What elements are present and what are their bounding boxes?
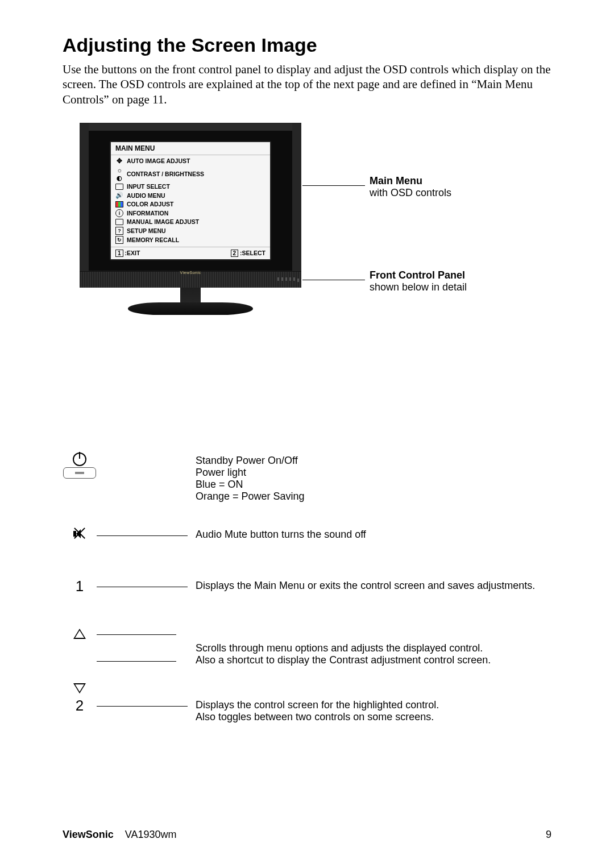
- arrows-desc-line: Scrolls through menu options and adjusts…: [196, 642, 551, 654]
- main-menu-label-sub: with OSD controls: [370, 187, 451, 199]
- osd-item: INPUT SELECT: [127, 183, 170, 190]
- button-2-icon: 2: [76, 697, 84, 715]
- power-row: Standby Power On/Off Power light Blue = …: [63, 452, 551, 526]
- color-icon: [115, 201, 123, 207]
- osd-footer-select: 2:SELECT: [231, 250, 265, 257]
- osd-item: INFORMATION: [127, 210, 168, 217]
- button-2-desc-line: Displays the control screen for the high…: [196, 699, 551, 711]
- power-desc-line: Power light: [196, 467, 551, 479]
- osd-item: AUDIO MENU: [127, 192, 165, 200]
- button-1-icon: 1: [76, 578, 84, 595]
- button-1-desc: Displays the Main Menu or exits the cont…: [188, 578, 551, 592]
- arrows-row: Scrolls through menu options and adjusts…: [63, 629, 551, 697]
- monitor-chin: ViewSonic: [80, 271, 301, 288]
- intro-paragraph: Use the buttons on the front control pan…: [63, 62, 551, 107]
- osd-main-menu: MAIN MENU ✥AUTO IMAGE ADJUST ☼ ◐CONTRAST…: [110, 141, 271, 261]
- button-2-desc-line: Also toggles between two controls on som…: [196, 711, 551, 723]
- recall-icon: ↻: [115, 236, 123, 244]
- mute-desc: Audio Mute button turns the sound off: [188, 526, 551, 541]
- arrow-up-icon: [73, 629, 86, 639]
- input-icon: [115, 184, 123, 190]
- manual-icon: [115, 219, 123, 225]
- osd-item: SETUP MENU: [127, 227, 166, 235]
- front-buttons-mini: [277, 277, 299, 284]
- front-panel-label-title: Front Control Panel: [370, 269, 467, 281]
- osd-title: MAIN MENU: [111, 142, 270, 155]
- arrows-desc-line: Also a shortcut to display the Contrast …: [196, 654, 551, 666]
- brightness-icon: ☼ ◐: [115, 167, 123, 182]
- footer-brand: ViewSonic: [63, 829, 114, 840]
- arrow-down-icon: [73, 683, 86, 693]
- osd-item: MANUAL IMAGE ADJUST: [127, 218, 199, 226]
- section-heading: Adjusting the Screen Image: [63, 34, 551, 56]
- monitor-illustration: MAIN MENU ✥AUTO IMAGE ADJUST ☼ ◐CONTRAST…: [63, 123, 551, 350]
- osd-item: CONTRAST / BRIGHTNESS: [127, 171, 204, 178]
- power-desc-line: Orange = Power Saving: [196, 491, 551, 502]
- button-2-row: 2 Displays the control screen for the hi…: [63, 697, 551, 748]
- power-desc-line: Blue = ON: [196, 479, 551, 491]
- setup-icon: ?: [115, 227, 123, 235]
- speaker-icon: 🔊: [115, 192, 123, 200]
- footer-page-number: 9: [546, 829, 551, 841]
- info-icon: i: [115, 209, 123, 217]
- power-desc-line: Standby Power On/Off: [196, 455, 551, 467]
- osd-item: MEMORY RECALL: [127, 236, 179, 244]
- power-icon: [73, 452, 86, 466]
- mute-icon: [72, 526, 87, 541]
- power-led-icon: [63, 467, 96, 479]
- footer-model: VA1930wm: [125, 829, 177, 840]
- osd-item: AUTO IMAGE ADJUST: [127, 157, 190, 165]
- button-1-row: 1 Displays the Main Menu or exits the co…: [63, 578, 551, 629]
- move-icon: ✥: [115, 157, 123, 165]
- osd-footer-exit: 1:EXIT: [115, 250, 140, 257]
- mute-row: Audio Mute button turns the sound off: [63, 526, 551, 578]
- main-menu-label-title: Main Menu: [370, 175, 451, 187]
- front-panel-label-sub: shown below in detail: [370, 281, 467, 293]
- osd-item: COLOR ADJUST: [127, 201, 173, 208]
